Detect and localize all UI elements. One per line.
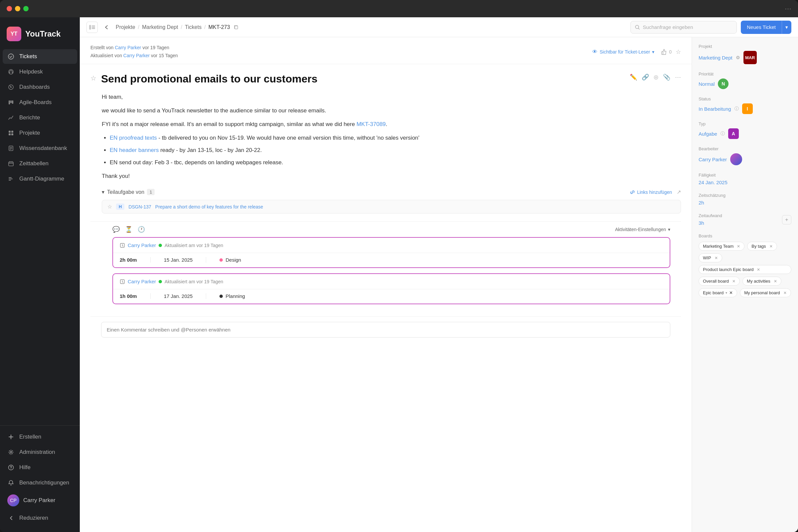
board-tag-personal[interactable]: My personal board ✕ xyxy=(740,288,791,297)
sidebar-item-reports[interactable]: Berichte xyxy=(3,110,77,125)
type-info-icon[interactable]: ⓘ xyxy=(721,131,725,137)
new-ticket-dropdown[interactable]: ▾ xyxy=(782,21,791,34)
status-info-icon[interactable]: ⓘ xyxy=(735,106,739,112)
comment-icon[interactable]: 💬 xyxy=(112,226,120,233)
sidebar-item-gantt[interactable]: Gantt-Diagramme xyxy=(3,172,77,186)
history-icon[interactable]: 🕐 xyxy=(138,226,145,233)
rs-project: Projekt Marketing Dept ⚙ MAR xyxy=(699,44,791,64)
sidebar-item-create[interactable]: Erstellen xyxy=(3,430,77,444)
remove-board-overall[interactable]: ✕ xyxy=(732,279,736,284)
spent-value[interactable]: 3h xyxy=(699,220,704,226)
close-button[interactable] xyxy=(7,6,12,11)
copy-icon[interactable] xyxy=(233,24,240,31)
board-tag-by-tags[interactable]: By tags ✕ xyxy=(747,242,777,251)
sidebar-item-knowledge[interactable]: Wissensdatenbank xyxy=(3,141,77,156)
board-tag-wip[interactable]: WIP ✕ xyxy=(699,253,722,262)
add-time-button[interactable]: + xyxy=(782,215,791,225)
subtask-id-link[interactable]: DSGN-137 xyxy=(128,204,151,209)
remove-board-product-launch[interactable]: ✕ xyxy=(757,267,760,272)
add-links-button[interactable]: Links hinzufügen xyxy=(630,190,672,195)
activity-settings-button[interactable]: Aktivitäten-Einstellungen ▾ xyxy=(615,227,670,232)
search-input[interactable] xyxy=(643,24,733,30)
board-tag-epic[interactable]: Epic board ▾ ✕ xyxy=(699,288,737,297)
sidebar-logo[interactable]: YT YouTrack xyxy=(0,21,80,49)
ticket-meta-left: Erstellt von Carry Parker vor 19 Tagen A… xyxy=(91,44,178,60)
panel-toggle-button[interactable] xyxy=(87,22,98,33)
svg-rect-6 xyxy=(8,100,10,104)
remove-board-marketing-team[interactable]: ✕ xyxy=(737,244,740,249)
en-proofread-link[interactable]: EN proofread texts xyxy=(110,135,157,141)
estimate-value[interactable]: 2h xyxy=(699,200,704,206)
en-banners-link[interactable]: EN header banners xyxy=(110,147,158,153)
more-icon[interactable]: ⋯ xyxy=(785,5,791,13)
subtask-star-icon[interactable]: ☆ xyxy=(108,204,112,210)
time-icon[interactable]: ⏳ xyxy=(125,226,132,233)
rs-boards: Boards Marketing Team ✕ By tags ✕ xyxy=(699,233,791,297)
breadcrumb-marketing-dept[interactable]: Marketing Dept xyxy=(142,24,178,30)
priority-value[interactable]: Normal xyxy=(699,81,715,87)
title-star-icon[interactable]: ☆ xyxy=(91,74,96,82)
subtask-collapse[interactable]: ▾ Teilaufgabe von 1 xyxy=(102,189,155,195)
sidebar-item-tickets[interactable]: Tickets xyxy=(3,49,77,64)
updated-by-link[interactable]: Carry Parker xyxy=(124,53,150,58)
mkt-link[interactable]: MKT-37089 xyxy=(357,121,386,127)
board-tag-marketing-team[interactable]: Marketing Team ✕ xyxy=(699,242,744,251)
status-value[interactable]: In Bearbeitung xyxy=(699,106,731,112)
sidebar-item-help[interactable]: Hilfe xyxy=(3,460,77,475)
like-button[interactable]: 0 xyxy=(661,49,672,55)
external-link-icon[interactable]: ↗ xyxy=(677,189,681,195)
remove-board-epic[interactable]: ✕ xyxy=(729,290,733,295)
mention-icon[interactable]: ◎ xyxy=(654,74,658,80)
subtask-title-link[interactable]: Prepare a short demo of key features for… xyxy=(155,204,263,209)
svg-point-1 xyxy=(8,70,13,74)
breadcrumb-projects[interactable]: Projekte xyxy=(116,24,135,30)
link-icon[interactable]: 🔗 xyxy=(642,74,649,81)
sidebar-bottom: Erstellen Administration Hilfe xyxy=(0,425,80,528)
svg-rect-19 xyxy=(92,25,95,26)
sidebar-item-timesheet[interactable]: Zeittabellen xyxy=(3,156,77,171)
search-icon xyxy=(635,25,640,30)
sidebar-item-agile[interactable]: Agile-Boards xyxy=(3,95,77,110)
sidebar-collapse[interactable]: Reduzieren xyxy=(3,511,77,525)
new-ticket-button[interactable]: Neues Ticket ▾ xyxy=(741,21,791,34)
svg-rect-22 xyxy=(235,26,238,29)
remove-board-my-activities[interactable]: ✕ xyxy=(774,279,777,284)
remove-board-personal[interactable]: ✕ xyxy=(783,291,787,295)
search-box[interactable] xyxy=(630,21,737,34)
sidebar-item-dashboards[interactable]: Dashboards xyxy=(3,80,77,94)
created-by-link[interactable]: Carry Parker xyxy=(115,45,141,50)
time-entry-icon-0 xyxy=(120,243,125,248)
type-value[interactable]: Aufgabe xyxy=(699,131,717,137)
due-value[interactable]: 24 Jan. 2025 xyxy=(699,179,727,185)
board-tag-product-launch[interactable]: Product launch Epic board ✕ xyxy=(699,265,791,274)
assignee-value[interactable]: Carry Parker xyxy=(699,157,727,162)
sidebar-user[interactable]: CP Carry Parker xyxy=(3,491,77,510)
topbar: Projekte / Marketing Dept / Tickets / MK… xyxy=(80,17,798,37)
activity-user-1[interactable]: Carry Parker xyxy=(128,279,156,284)
project-settings-icon[interactable]: ⚙ xyxy=(736,55,740,60)
sidebar-item-helpdesk[interactable]: Helpdesk xyxy=(3,64,77,79)
back-button[interactable] xyxy=(102,22,112,32)
titlebar: ⋯ xyxy=(0,0,798,17)
remove-board-by-tags[interactable]: ✕ xyxy=(770,244,773,249)
project-value[interactable]: Marketing Dept xyxy=(699,55,733,60)
sidebar-item-notifications[interactable]: Benachrichtigungen xyxy=(3,475,77,490)
sidebar-item-projects[interactable]: Projekte xyxy=(3,126,77,140)
activity-user-0[interactable]: Carry Parker xyxy=(128,242,156,248)
remove-board-wip[interactable]: ✕ xyxy=(715,256,718,260)
breadcrumb-tickets[interactable]: Tickets xyxy=(185,24,202,30)
board-tag-overall[interactable]: Overall board ✕ xyxy=(699,277,740,286)
comment-input[interactable] xyxy=(101,322,670,338)
minimize-button[interactable] xyxy=(15,6,20,11)
attachment-icon[interactable]: 📎 xyxy=(663,74,670,81)
bullet-3: EN send out day: Feb 3 - tbc, depends on… xyxy=(110,158,681,168)
board-tag-my-activities[interactable]: My activities ✕ xyxy=(742,277,781,286)
more-actions-icon[interactable]: ⋯ xyxy=(675,74,681,81)
star-button[interactable]: ☆ xyxy=(676,48,681,56)
fullscreen-button[interactable] xyxy=(23,6,28,11)
activity-section: Carry Parker Aktualisiert am vor 19 Tage… xyxy=(91,237,681,316)
visibility-toggle[interactable]: 👁 Sichtbar für Ticket-Leser ▾ xyxy=(592,49,654,55)
edit-icon[interactable]: ✏️ xyxy=(630,74,637,81)
svg-rect-21 xyxy=(92,28,95,29)
sidebar-item-admin[interactable]: Administration xyxy=(3,445,77,459)
